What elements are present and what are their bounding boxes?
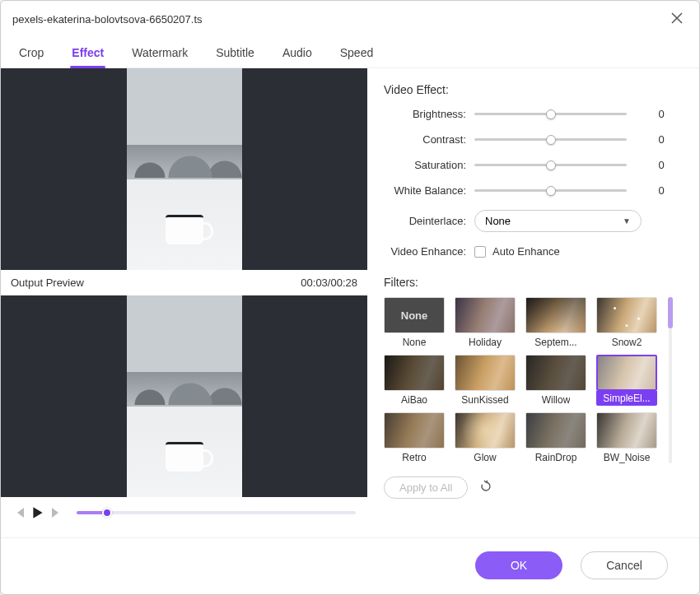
- filter-label: Willow: [542, 394, 571, 406]
- tab-subtitle[interactable]: Subtitle: [214, 40, 256, 67]
- apply-to-all-button[interactable]: Apply to All: [384, 476, 468, 499]
- filter-label: Holiday: [469, 337, 502, 348]
- filters-grid: NoneNoneHolidaySeptem...Snow2AiBaoSunKis…: [384, 297, 657, 463]
- filter-label: SimpleEl...: [596, 391, 657, 406]
- filter-thumb: [525, 355, 586, 391]
- slider-thumb[interactable]: [546, 186, 556, 196]
- contrast-slider[interactable]: [474, 138, 627, 141]
- filter-sunkissed[interactable]: SunKissed: [455, 355, 516, 406]
- filter-thumb: [596, 355, 657, 391]
- filter-simpleel-[interactable]: SimpleEl...: [596, 355, 657, 406]
- reset-icon[interactable]: [479, 480, 492, 496]
- dialog-footer: OK Cancel: [1, 537, 699, 594]
- filter-thumb: [596, 297, 657, 333]
- slider-value: 0: [642, 133, 681, 146]
- white balance-slider[interactable]: [474, 189, 627, 192]
- tab-effect[interactable]: Effect: [70, 40, 105, 67]
- filter-thumb: [384, 355, 445, 391]
- filter-label: Septem...: [534, 337, 576, 348]
- tab-bar: CropEffectWatermarkSubtitleAudioSpeed: [1, 35, 699, 68]
- settings-pane: Video Effect: Brightness:0Contrast:0Satu…: [367, 68, 699, 537]
- filter-aibao[interactable]: AiBao: [384, 355, 445, 406]
- chevron-down-icon: ▼: [623, 216, 631, 225]
- preview-label: Output Preview: [11, 277, 84, 289]
- brightness-slider[interactable]: [474, 113, 627, 115]
- slider-row: Saturation:0: [384, 159, 681, 171]
- filter-label: Snow2: [612, 337, 642, 348]
- slider-label: White Balance:: [384, 184, 474, 197]
- tab-speed[interactable]: Speed: [338, 40, 375, 67]
- enhance-row: Video Enhance: Auto Enhance: [384, 245, 681, 258]
- filter-thumb: [525, 297, 586, 333]
- saturation-slider[interactable]: [474, 164, 627, 166]
- filter-bw-noise[interactable]: BW_Noise: [596, 412, 657, 463]
- slider-row: Brightness:0: [384, 108, 681, 120]
- editor-window: pexels-ekaterina-bolovtsova-6650207.ts C…: [0, 0, 700, 595]
- auto-enhance-label: Auto Enhance: [492, 245, 560, 258]
- window-title: pexels-ekaterina-bolovtsova-6650207.ts: [12, 13, 203, 26]
- filter-none[interactable]: NoneNone: [384, 297, 445, 348]
- ok-button[interactable]: OK: [475, 551, 562, 579]
- slider-thumb[interactable]: [546, 109, 556, 119]
- tab-crop[interactable]: Crop: [17, 40, 45, 67]
- titlebar: pexels-ekaterina-bolovtsova-6650207.ts: [1, 1, 699, 35]
- filter-willow[interactable]: Willow: [525, 355, 586, 406]
- filter-label: Retro: [402, 452, 426, 463]
- tab-watermark[interactable]: Watermark: [130, 40, 189, 67]
- preview-output: [1, 295, 367, 497]
- filter-thumb: [455, 297, 516, 333]
- preview-info: Output Preview 00:03/00:28: [1, 270, 367, 295]
- slider-label: Saturation:: [384, 159, 474, 171]
- playback-bar: [1, 497, 367, 528]
- prev-frame-icon[interactable]: [12, 506, 26, 519]
- slider-thumb[interactable]: [546, 135, 556, 145]
- video-effect-title: Video Effect:: [384, 83, 681, 96]
- slider-value: 0: [642, 108, 681, 120]
- filter-glow[interactable]: Glow: [455, 412, 516, 463]
- deinterlace-label: Deinterlace:: [384, 215, 474, 227]
- filter-label: SunKissed: [461, 394, 508, 406]
- filter-snow2[interactable]: Snow2: [596, 297, 657, 348]
- filter-retro[interactable]: Retro: [384, 412, 445, 463]
- play-icon[interactable]: [30, 505, 45, 520]
- filter-label: Glow: [474, 452, 496, 463]
- enhance-label: Video Enhance:: [384, 245, 474, 258]
- slider-label: Brightness:: [384, 108, 474, 120]
- progress-bar[interactable]: [77, 511, 356, 514]
- filter-holiday[interactable]: Holiday: [455, 297, 516, 348]
- filter-thumb: None: [384, 297, 445, 333]
- slider-row: White Balance:0: [384, 184, 681, 197]
- filter-label: RainDrop: [535, 452, 577, 463]
- preview-pane: Output Preview 00:03/00:28: [1, 68, 367, 537]
- filter-thumb: [384, 412, 445, 449]
- filter-thumb: [455, 412, 516, 449]
- deinterlace-value: None: [485, 215, 511, 227]
- filter-label: BW_Noise: [604, 452, 651, 463]
- slider-value: 0: [642, 184, 681, 197]
- auto-enhance-checkbox[interactable]: [474, 246, 486, 258]
- filter-label: None: [403, 337, 427, 348]
- deinterlace-select[interactable]: None ▼: [474, 210, 642, 232]
- filters-title: Filters:: [384, 276, 681, 289]
- slider-row: Contrast:0: [384, 133, 681, 146]
- main-area: Output Preview 00:03/00:28: [1, 68, 699, 537]
- filter-thumb: [525, 412, 586, 449]
- tab-audio[interactable]: Audio: [281, 40, 314, 67]
- next-frame-icon[interactable]: [50, 506, 63, 519]
- filter-raindrop[interactable]: RainDrop: [525, 412, 586, 463]
- slider-thumb[interactable]: [546, 160, 556, 170]
- deinterlace-row: Deinterlace: None ▼: [384, 210, 681, 232]
- filter-thumb: [596, 412, 657, 449]
- filters-scrollbar[interactable]: [669, 297, 672, 463]
- preview-time: 00:03/00:28: [301, 277, 357, 289]
- preview-original: [1, 68, 367, 270]
- slider-label: Contrast:: [384, 133, 474, 146]
- slider-value: 0: [642, 159, 681, 171]
- close-icon[interactable]: [666, 7, 688, 31]
- filter-label: AiBao: [401, 394, 427, 406]
- filter-septem-[interactable]: Septem...: [525, 297, 586, 348]
- cancel-button[interactable]: Cancel: [581, 551, 668, 579]
- filter-thumb: [455, 355, 516, 391]
- progress-thumb[interactable]: [102, 508, 112, 518]
